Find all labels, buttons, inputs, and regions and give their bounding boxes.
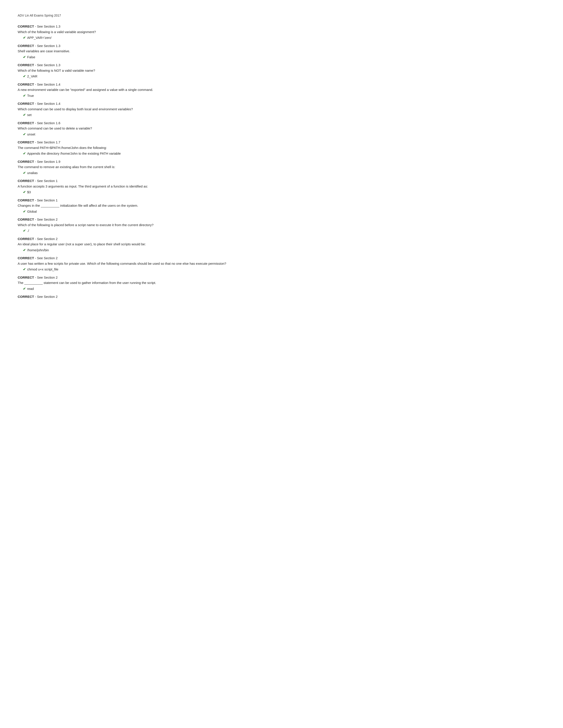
- answer-text: False: [27, 55, 35, 60]
- checkmark-icon: ✔: [23, 35, 26, 40]
- answer-text: unalias: [27, 171, 38, 176]
- checkmark-icon: ✔: [23, 132, 26, 137]
- qa-block: CORRECT - See Section 1.3Shell variables…: [18, 43, 545, 60]
- qa-block: CORRECT - See Section 1Changes in the __…: [18, 198, 545, 214]
- qa-block: CORRECT - See Section 2An ideal place fo…: [18, 236, 545, 253]
- question-text: The command PATH=$PATH:/home/John does t…: [18, 145, 545, 150]
- qa-block: CORRECT - See Section 1.6Which command c…: [18, 121, 545, 137]
- checkmark-icon: ✔: [23, 93, 26, 98]
- question-text: Which command can be used to delete a va…: [18, 126, 545, 131]
- section-reference: - See Section 1.4: [34, 83, 60, 86]
- checkmark-icon: ✔: [23, 55, 26, 60]
- answer-line: ✔/home/john/bin: [18, 248, 545, 253]
- correct-label: CORRECT: [18, 44, 34, 48]
- correct-line: CORRECT - See Section 1.7: [18, 140, 545, 145]
- correct-label: CORRECT: [18, 198, 34, 202]
- answer-text: /home/john/bin: [27, 248, 49, 253]
- answer-text: set: [27, 113, 32, 118]
- question-text: A new environment variable can be "expor…: [18, 87, 545, 92]
- section-reference: - See Section 2: [34, 218, 58, 221]
- answer-line: ✔read: [18, 286, 545, 291]
- correct-line: CORRECT - See Section 2: [18, 256, 545, 261]
- checkmark-icon: ✔: [23, 151, 26, 156]
- answer-text: chmod u+x script_file: [27, 267, 58, 272]
- correct-label: CORRECT: [18, 179, 34, 183]
- qa-container: CORRECT - See Section 1.3Which of the fo…: [18, 24, 545, 299]
- section-reference: - See Section 2: [34, 276, 58, 279]
- answer-line: ✔./: [18, 228, 545, 233]
- answer-line: ✔chmod u+x script_file: [18, 267, 545, 272]
- correct-label: CORRECT: [18, 237, 34, 241]
- qa-block: CORRECT - See Section 2The __________ st…: [18, 275, 545, 291]
- correct-line: CORRECT - See Section 1: [18, 178, 545, 184]
- answer-text: $3: [27, 190, 31, 195]
- correct-label: CORRECT: [18, 83, 34, 86]
- correct-label: CORRECT: [18, 160, 34, 163]
- answer-line: ✔unalias: [18, 171, 545, 176]
- correct-line: CORRECT - See Section 1.3: [18, 24, 545, 29]
- correct-line: CORRECT - See Section 1.9: [18, 159, 545, 164]
- question-text: Which of the following is placed before …: [18, 223, 545, 228]
- answer-line: ✔2_VAR: [18, 74, 545, 79]
- correct-line: CORRECT - See Section 2: [18, 217, 545, 222]
- correct-line: CORRECT - See Section 1.3: [18, 43, 545, 49]
- qa-block: CORRECT - See Section 2: [18, 294, 545, 299]
- question-text: Which of the following is NOT a valid va…: [18, 68, 545, 73]
- answer-text: True: [27, 93, 34, 98]
- correct-line: CORRECT - See Section 1.3: [18, 63, 545, 68]
- qa-block: CORRECT - See Section 1.3Which of the fo…: [18, 63, 545, 79]
- section-reference: - See Section 1.9: [34, 160, 60, 163]
- checkmark-icon: ✔: [23, 190, 26, 195]
- section-reference: - See Section 2: [34, 295, 58, 298]
- qa-block: CORRECT - See Section 1.9The command to …: [18, 159, 545, 176]
- qa-block: CORRECT - See Section 1A function accept…: [18, 178, 545, 195]
- answer-line: ✔Appends the directory /home/John to the…: [18, 151, 545, 156]
- qa-block: CORRECT - See Section 1.4Which command c…: [18, 101, 545, 118]
- section-reference: - See Section 1.3: [34, 63, 60, 67]
- question-text: An ideal place for a regular user (not a…: [18, 242, 545, 247]
- correct-label: CORRECT: [18, 121, 34, 125]
- question-text: Changes in the __________ initialization…: [18, 203, 545, 208]
- answer-line: ✔set: [18, 113, 545, 118]
- section-reference: - See Section 1: [34, 179, 58, 183]
- section-reference: - See Section 2: [34, 237, 58, 241]
- correct-label: CORRECT: [18, 295, 34, 298]
- correct-label: CORRECT: [18, 140, 34, 144]
- answer-text: ./: [27, 228, 29, 233]
- answer-text: 2_VAR: [27, 74, 37, 79]
- question-text: A user has written a few scripts for pri…: [18, 261, 545, 266]
- section-reference: - See Section 1.3: [34, 44, 60, 48]
- checkmark-icon: ✔: [23, 267, 26, 272]
- correct-label: CORRECT: [18, 218, 34, 221]
- section-reference: - See Section 1: [34, 198, 58, 202]
- correct-line: CORRECT - See Section 1.4: [18, 82, 545, 87]
- qa-block: CORRECT - See Section 1.3Which of the fo…: [18, 24, 545, 40]
- checkmark-icon: ✔: [23, 113, 26, 118]
- correct-label: CORRECT: [18, 256, 34, 260]
- question-text: Shell variables are case insensitive.: [18, 49, 545, 54]
- page-header: ADV Lin All Exams Spring 2017: [18, 13, 545, 18]
- section-reference: - See Section 2: [34, 256, 58, 260]
- answer-line: ✔$3: [18, 190, 545, 195]
- qa-block: CORRECT - See Section 2Which of the foll…: [18, 217, 545, 233]
- correct-label: CORRECT: [18, 63, 34, 67]
- section-reference: - See Section 1.3: [34, 24, 60, 28]
- section-reference: - See Section 1.7: [34, 140, 60, 144]
- answer-text: read: [27, 286, 34, 291]
- checkmark-icon: ✔: [23, 171, 26, 176]
- correct-line: CORRECT - See Section 2: [18, 275, 545, 280]
- question-text: The __________ statement can be used to …: [18, 280, 545, 285]
- checkmark-icon: ✔: [23, 228, 26, 233]
- qa-block: CORRECT - See Section 1.7The command PAT…: [18, 140, 545, 156]
- qa-block: CORRECT - See Section 1.4A new environme…: [18, 82, 545, 98]
- correct-line: CORRECT - See Section 2: [18, 294, 545, 299]
- question-text: Which command can be used to display bot…: [18, 107, 545, 112]
- checkmark-icon: ✔: [23, 74, 26, 79]
- correct-line: CORRECT - See Section 1.6: [18, 121, 545, 126]
- correct-line: CORRECT - See Section 1: [18, 198, 545, 203]
- answer-line: ✔unset: [18, 132, 545, 137]
- question-text: The command to remove an existing alias …: [18, 165, 545, 170]
- question-text: A function accepts 3 arguments as input.…: [18, 184, 545, 189]
- answer-line: ✔False: [18, 55, 545, 60]
- section-reference: - See Section 1.6: [34, 121, 60, 125]
